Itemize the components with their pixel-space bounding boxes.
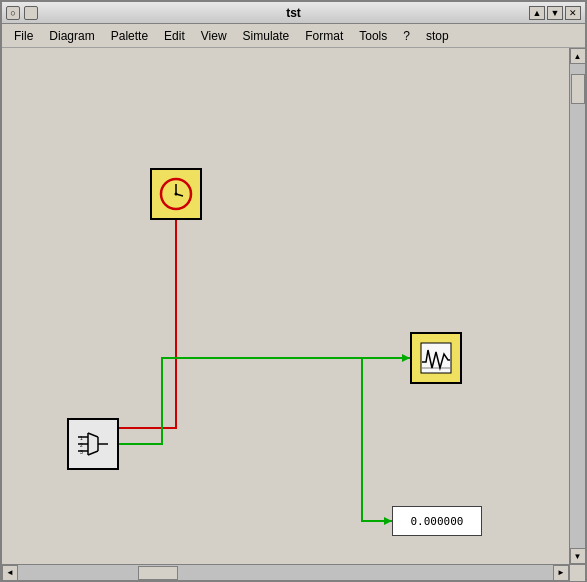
menu-file[interactable]: File xyxy=(6,27,41,45)
menu-stop[interactable]: stop xyxy=(418,27,457,45)
scrollbar-corner xyxy=(569,565,585,581)
window-title: tst xyxy=(286,6,301,20)
arrow-scope xyxy=(402,354,410,362)
menu-diagram[interactable]: Diagram xyxy=(41,27,102,45)
svg-text:3: 3 xyxy=(80,449,83,455)
close-button[interactable]: ○ xyxy=(6,6,20,20)
menu-format[interactable]: Format xyxy=(297,27,351,45)
canvas-area[interactable]: 1 2 3 0.000000 xyxy=(2,48,569,564)
main-window: ○ tst ▲ ▼ ✕ File Diagram Palette Edit Vi… xyxy=(0,0,587,582)
bottom-bar: ◄ ► xyxy=(2,564,585,580)
content-area: 1 2 3 0.000000 ▲ ▼ xyxy=(2,48,585,564)
nav-up-button[interactable]: ▲ xyxy=(529,6,545,20)
scroll-track-h[interactable] xyxy=(18,565,553,580)
wire-mux-to-scope xyxy=(119,358,410,444)
scroll-thumb-v[interactable] xyxy=(571,74,585,104)
mux-icon: 1 2 3 xyxy=(74,425,112,463)
title-bar-left: ○ xyxy=(6,6,38,20)
svg-text:1: 1 xyxy=(80,435,83,441)
scroll-down-button[interactable]: ▼ xyxy=(570,548,586,564)
clock-block[interactable] xyxy=(150,168,202,220)
scroll-track-v[interactable] xyxy=(570,64,585,548)
display-value: 0.000000 xyxy=(411,515,464,528)
title-bar: ○ tst ▲ ▼ ✕ xyxy=(2,2,585,24)
menu-help[interactable]: ? xyxy=(395,27,418,45)
display-block: 0.000000 xyxy=(392,506,482,536)
mux-block[interactable]: 1 2 3 xyxy=(67,418,119,470)
vertical-scrollbar[interactable]: ▲ ▼ xyxy=(569,48,585,564)
wire-mux-to-display xyxy=(362,358,392,521)
horizontal-scrollbar[interactable]: ◄ ► xyxy=(2,565,569,580)
connection-lines xyxy=(2,48,569,564)
svg-point-3 xyxy=(175,193,178,196)
menu-edit[interactable]: Edit xyxy=(156,27,193,45)
scroll-up-button[interactable]: ▲ xyxy=(570,48,586,64)
minimize-button[interactable] xyxy=(24,6,38,20)
scroll-thumb-h[interactable] xyxy=(138,566,178,580)
nav-down-button[interactable]: ▼ xyxy=(547,6,563,20)
nav-close-button[interactable]: ✕ xyxy=(565,6,581,20)
scope-block[interactable] xyxy=(410,332,462,384)
clock-icon xyxy=(158,176,194,212)
scope-icon xyxy=(418,340,454,376)
menu-bar: File Diagram Palette Edit View Simulate … xyxy=(2,24,585,48)
scroll-right-button[interactable]: ► xyxy=(553,565,569,581)
svg-text:2: 2 xyxy=(80,442,83,448)
menu-palette[interactable]: Palette xyxy=(103,27,156,45)
menu-simulate[interactable]: Simulate xyxy=(235,27,298,45)
arrow-display xyxy=(384,517,392,525)
menu-tools[interactable]: Tools xyxy=(351,27,395,45)
menu-view[interactable]: View xyxy=(193,27,235,45)
title-bar-right: ▲ ▼ ✕ xyxy=(529,6,581,20)
wire-clock-to-mux-red xyxy=(119,220,176,428)
scroll-left-button[interactable]: ◄ xyxy=(2,565,18,581)
